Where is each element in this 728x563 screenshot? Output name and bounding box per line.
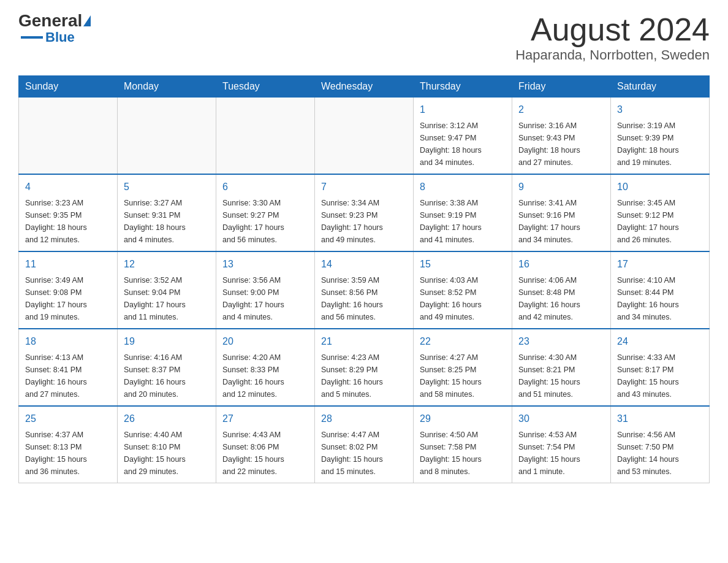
day-number: 14 [321, 257, 407, 272]
calendar-cell: 29Sunrise: 4:50 AM Sunset: 7:58 PM Dayli… [414, 406, 512, 483]
day-info: Sunrise: 3:19 AM Sunset: 9:39 PM Dayligh… [617, 120, 703, 169]
day-number: 19 [124, 334, 210, 349]
calendar-cell: 11Sunrise: 3:49 AM Sunset: 9:08 PM Dayli… [19, 251, 118, 329]
weekday-header-thursday: Thursday [414, 76, 512, 98]
calendar-cell [315, 98, 414, 175]
calendar-cell: 27Sunrise: 4:43 AM Sunset: 8:06 PM Dayli… [216, 406, 315, 483]
day-info: Sunrise: 3:49 AM Sunset: 9:08 PM Dayligh… [25, 274, 111, 323]
logo-general-text: General [18, 12, 82, 29]
calendar-cell: 21Sunrise: 4:23 AM Sunset: 8:29 PM Dayli… [315, 329, 414, 406]
calendar-cell: 12Sunrise: 3:52 AM Sunset: 9:04 PM Dayli… [118, 251, 216, 329]
day-info: Sunrise: 4:03 AM Sunset: 8:52 PM Dayligh… [420, 274, 506, 323]
calendar-cell: 26Sunrise: 4:40 AM Sunset: 8:10 PM Dayli… [118, 406, 216, 483]
calendar-cell: 25Sunrise: 4:37 AM Sunset: 8:13 PM Dayli… [19, 406, 118, 483]
day-info: Sunrise: 4:10 AM Sunset: 8:44 PM Dayligh… [617, 274, 703, 323]
calendar-cell: 4Sunrise: 3:23 AM Sunset: 9:35 PM Daylig… [19, 174, 118, 251]
weekday-header-sunday: Sunday [19, 76, 118, 98]
calendar-cell: 1Sunrise: 3:12 AM Sunset: 9:47 PM Daylig… [414, 98, 512, 175]
calendar-cell: 16Sunrise: 4:06 AM Sunset: 8:48 PM Dayli… [512, 251, 611, 329]
calendar-cell: 14Sunrise: 3:59 AM Sunset: 8:56 PM Dayli… [315, 251, 414, 329]
calendar-week-row: 11Sunrise: 3:49 AM Sunset: 9:08 PM Dayli… [19, 251, 710, 329]
day-number: 25 [25, 412, 111, 426]
calendar-cell: 3Sunrise: 3:19 AM Sunset: 9:39 PM Daylig… [611, 98, 710, 175]
day-info: Sunrise: 3:16 AM Sunset: 9:43 PM Dayligh… [518, 120, 604, 169]
weekday-header-friday: Friday [512, 76, 611, 98]
day-number: 18 [25, 334, 111, 349]
calendar-header: SundayMondayTuesdayWednesdayThursdayFrid… [19, 76, 710, 98]
day-number: 27 [222, 412, 308, 426]
day-number: 12 [124, 257, 210, 272]
day-number: 3 [617, 102, 703, 117]
day-info: Sunrise: 4:16 AM Sunset: 8:37 PM Dayligh… [124, 351, 210, 400]
day-info: Sunrise: 3:23 AM Sunset: 9:35 PM Dayligh… [25, 197, 111, 246]
location-title: Haparanda, Norrbotten, Sweden [515, 47, 710, 63]
calendar-cell: 19Sunrise: 4:16 AM Sunset: 8:37 PM Dayli… [118, 329, 216, 406]
day-number: 29 [420, 412, 506, 426]
day-number: 5 [124, 180, 210, 194]
calendar-cell: 7Sunrise: 3:34 AM Sunset: 9:23 PM Daylig… [315, 174, 414, 251]
calendar-cell: 20Sunrise: 4:20 AM Sunset: 8:33 PM Dayli… [216, 329, 315, 406]
title-area: August 2024 Haparanda, Norrbotten, Swede… [515, 12, 710, 63]
calendar-cell: 6Sunrise: 3:30 AM Sunset: 9:27 PM Daylig… [216, 174, 315, 251]
calendar-cell [216, 98, 315, 175]
calendar-cell: 15Sunrise: 4:03 AM Sunset: 8:52 PM Dayli… [414, 251, 512, 329]
day-number: 24 [617, 334, 703, 349]
calendar-cell: 5Sunrise: 3:27 AM Sunset: 9:31 PM Daylig… [118, 174, 216, 251]
day-info: Sunrise: 4:43 AM Sunset: 8:06 PM Dayligh… [222, 429, 308, 478]
calendar-cell: 10Sunrise: 3:45 AM Sunset: 9:12 PM Dayli… [611, 174, 710, 251]
day-info: Sunrise: 3:56 AM Sunset: 9:00 PM Dayligh… [222, 274, 308, 323]
day-info: Sunrise: 3:30 AM Sunset: 9:27 PM Dayligh… [222, 197, 308, 246]
calendar-cell: 22Sunrise: 4:27 AM Sunset: 8:25 PM Dayli… [414, 329, 512, 406]
day-info: Sunrise: 3:59 AM Sunset: 8:56 PM Dayligh… [321, 274, 407, 323]
logo-blue-text: Blue [45, 29, 75, 45]
day-number: 22 [420, 334, 506, 349]
day-number: 23 [518, 334, 604, 349]
weekday-header-monday: Monday [118, 76, 216, 98]
calendar-cell: 31Sunrise: 4:56 AM Sunset: 7:50 PM Dayli… [611, 406, 710, 483]
day-info: Sunrise: 4:40 AM Sunset: 8:10 PM Dayligh… [124, 429, 210, 478]
day-info: Sunrise: 4:20 AM Sunset: 8:33 PM Dayligh… [222, 351, 308, 400]
weekday-header-saturday: Saturday [611, 76, 710, 98]
day-number: 13 [222, 257, 308, 272]
day-info: Sunrise: 3:41 AM Sunset: 9:16 PM Dayligh… [518, 197, 604, 246]
calendar-cell: 2Sunrise: 3:16 AM Sunset: 9:43 PM Daylig… [512, 98, 611, 175]
calendar-cell [19, 98, 118, 175]
weekday-header-row: SundayMondayTuesdayWednesdayThursdayFrid… [19, 76, 710, 98]
day-info: Sunrise: 3:45 AM Sunset: 9:12 PM Dayligh… [617, 197, 703, 246]
day-number: 21 [321, 334, 407, 349]
calendar-week-row: 18Sunrise: 4:13 AM Sunset: 8:41 PM Dayli… [19, 329, 710, 406]
calendar-cell: 18Sunrise: 4:13 AM Sunset: 8:41 PM Dayli… [19, 329, 118, 406]
day-info: Sunrise: 4:27 AM Sunset: 8:25 PM Dayligh… [420, 351, 506, 400]
calendar-week-row: 4Sunrise: 3:23 AM Sunset: 9:35 PM Daylig… [19, 174, 710, 251]
day-info: Sunrise: 3:34 AM Sunset: 9:23 PM Dayligh… [321, 197, 407, 246]
day-info: Sunrise: 4:47 AM Sunset: 8:02 PM Dayligh… [321, 429, 407, 478]
calendar-cell: 30Sunrise: 4:53 AM Sunset: 7:54 PM Dayli… [512, 406, 611, 483]
day-info: Sunrise: 4:30 AM Sunset: 8:21 PM Dayligh… [518, 351, 604, 400]
weekday-header-wednesday: Wednesday [315, 76, 414, 98]
calendar-cell: 9Sunrise: 3:41 AM Sunset: 9:16 PM Daylig… [512, 174, 611, 251]
day-number: 28 [321, 412, 407, 426]
day-info: Sunrise: 3:27 AM Sunset: 9:31 PM Dayligh… [124, 197, 210, 246]
calendar-cell [118, 98, 216, 175]
calendar-cell: 24Sunrise: 4:33 AM Sunset: 8:17 PM Dayli… [611, 329, 710, 406]
calendar-cell: 17Sunrise: 4:10 AM Sunset: 8:44 PM Dayli… [611, 251, 710, 329]
day-number: 6 [222, 180, 308, 194]
logo: General Blue [18, 12, 91, 45]
day-number: 10 [617, 180, 703, 194]
weekday-header-tuesday: Tuesday [216, 76, 315, 98]
day-info: Sunrise: 3:12 AM Sunset: 9:47 PM Dayligh… [420, 120, 506, 169]
day-number: 16 [518, 257, 604, 272]
day-number: 30 [518, 412, 604, 426]
calendar-cell: 8Sunrise: 3:38 AM Sunset: 9:19 PM Daylig… [414, 174, 512, 251]
day-number: 8 [420, 180, 506, 194]
logo-bar [21, 36, 43, 39]
calendar-body: 1Sunrise: 3:12 AM Sunset: 9:47 PM Daylig… [19, 98, 710, 483]
logo-triangle-icon [83, 15, 91, 26]
day-info: Sunrise: 3:52 AM Sunset: 9:04 PM Dayligh… [124, 274, 210, 323]
day-info: Sunrise: 4:33 AM Sunset: 8:17 PM Dayligh… [617, 351, 703, 400]
day-number: 11 [25, 257, 111, 272]
day-info: Sunrise: 4:23 AM Sunset: 8:29 PM Dayligh… [321, 351, 407, 400]
day-number: 9 [518, 180, 604, 194]
day-number: 17 [617, 257, 703, 272]
day-info: Sunrise: 4:56 AM Sunset: 7:50 PM Dayligh… [617, 429, 703, 478]
